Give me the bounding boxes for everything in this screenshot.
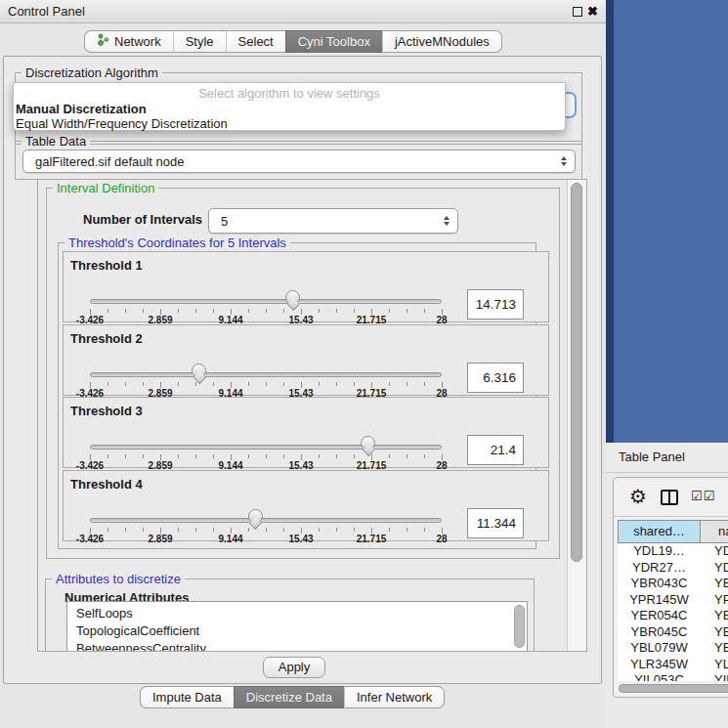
table-row[interactable]: YER054CYER0: [618, 608, 728, 624]
table-row[interactable]: YIL053CYIL0: [618, 672, 728, 681]
table-row[interactable]: YBR045CYBR0: [618, 624, 728, 641]
settings-scrollbar-thumb[interactable]: [571, 183, 582, 562]
threshold-value-field[interactable]: 21.4: [467, 435, 524, 465]
table-row[interactable]: YPR145WYPR1: [618, 592, 728, 609]
threshold-label: Threshold 3: [70, 404, 143, 418]
table-body: YDL19…YDL1YDR27…YDR2YBR043CYBR0YPR145WYP…: [618, 543, 728, 681]
column-header-shared-name[interactable]: shared…: [618, 520, 701, 543]
slider-thumb[interactable]: [248, 509, 263, 524]
popup-option-manual-discretization[interactable]: Manual Discretization: [16, 102, 147, 116]
tab-impute-data[interactable]: Impute Data: [140, 686, 234, 708]
slider-tick: [178, 528, 179, 532]
table-data-combobox[interactable]: galFiltered.sif default node: [22, 150, 576, 173]
tab-infer-network[interactable]: Infer Network: [344, 686, 445, 708]
slider-tick-label: 21.715: [357, 534, 387, 544]
table-row[interactable]: YBL079WYBL0: [618, 640, 728, 657]
slider-tick: [407, 309, 407, 313]
cell-shared-name: YLR345W: [618, 657, 701, 673]
slider-thumb[interactable]: [361, 436, 375, 450]
table-row[interactable]: YDR27…YDR2: [618, 560, 728, 577]
threshold-panel: Threshold 4-3.4262.8599.14415.4321.71528…: [63, 470, 549, 541]
slider-tick: [336, 382, 337, 386]
slider-thumb[interactable]: [285, 290, 300, 305]
list-scrollbar[interactable]: [514, 605, 525, 648]
slider-track[interactable]: [90, 299, 442, 304]
cytoscape-desktop: GAL80GAL11GAL4GCY1HAP2GACH: [606, 0, 728, 443]
slider-tick: [354, 382, 355, 386]
settings-scrollbar-track[interactable]: [567, 180, 587, 651]
threshold-label: Threshold 1: [70, 258, 143, 273]
slider-tick: [195, 454, 196, 458]
column-header-name[interactable]: na: [700, 520, 728, 543]
table-hscrollbar-thumb[interactable]: [619, 684, 728, 693]
cell-name: YBR0: [701, 576, 728, 592]
slider-tick: [354, 528, 355, 532]
select-columns-icon[interactable]: ☑☑: [691, 489, 715, 503]
cell-shared-name: YBR043C: [618, 576, 701, 592]
slider-tick: [424, 382, 425, 386]
table-data-group: Table Data galFiltered.sif default node: [15, 141, 582, 180]
close-icon[interactable]: ✖: [587, 3, 598, 21]
threshold-value-field[interactable]: 11.344: [467, 508, 524, 538]
attributes-group-title: Attributes to discretize: [52, 572, 185, 586]
table-row[interactable]: YBR043CYBR0: [618, 576, 728, 592]
slider-tick: [195, 382, 196, 386]
slider-track[interactable]: [90, 518, 442, 523]
apply-button[interactable]: Apply: [263, 657, 325, 678]
gear-icon[interactable]: ⚙: [629, 485, 647, 508]
tab-discretize-data-label: Discretize Data: [246, 687, 332, 707]
slider-track[interactable]: [90, 445, 442, 450]
popup-option-equal-width[interactable]: Equal Width/Frequency Discretization: [16, 116, 228, 131]
settings-scrollpane: Interval Definition Number of Intervals …: [37, 179, 587, 652]
slider-tick: [213, 382, 214, 386]
tab-discretize-data[interactable]: Discretize Data: [234, 686, 344, 708]
slider-track[interactable]: [90, 372, 442, 377]
slider-tick: [407, 454, 407, 458]
slider-tick: [143, 528, 144, 532]
slider-tick: [283, 528, 284, 532]
slider-tick: [195, 309, 196, 313]
table-row[interactable]: YDL19…YDL1: [618, 543, 728, 560]
tab-style[interactable]: Style: [173, 30, 226, 53]
slider-tick: [319, 454, 320, 458]
table-row[interactable]: YLR345WYLR3: [618, 657, 728, 673]
slider-tick: [125, 382, 126, 386]
attribute-item-selfloops[interactable]: SelfLoops: [67, 605, 527, 622]
slider-tick: [266, 528, 267, 532]
number-of-intervals-combobox[interactable]: 5: [208, 208, 458, 234]
slider-tick: [248, 454, 249, 458]
tab-cyni-toolbox[interactable]: Cyni Toolbox: [285, 30, 382, 53]
network-icon: [97, 31, 109, 52]
float-window-icon[interactable]: [573, 7, 582, 17]
cell-name: YPR1: [701, 592, 728, 609]
slider-tick: [407, 528, 407, 532]
slider-tick: [319, 528, 320, 532]
tab-jactivemnodules[interactable]: jActiveMNodules: [382, 30, 502, 53]
slider-tick: [143, 309, 144, 313]
threshold-value-field[interactable]: 14.713: [467, 289, 524, 320]
table-hscrollbar[interactable]: [618, 683, 728, 695]
tab-select[interactable]: Select: [226, 30, 285, 53]
number-of-intervals-value: 5: [221, 209, 228, 233]
stepper-icon: [444, 216, 450, 226]
attribute-item-betweennesscentrality[interactable]: BetweennessCentrality: [67, 640, 527, 652]
slider-tick: [178, 309, 179, 313]
slider-thumb[interactable]: [192, 364, 206, 378]
table-panel-titlebar: Table Panel: [606, 443, 728, 473]
slider-tick: [107, 454, 108, 458]
numerical-attributes-list[interactable]: SelfLoopsTopologicalCoefficientBetweenne…: [66, 601, 528, 652]
attribute-item-topologicalcoefficient[interactable]: TopologicalCoefficient: [67, 622, 527, 640]
columns-icon[interactable]: [661, 490, 678, 505]
slider-tick: [125, 528, 126, 532]
table-data-group-title: Table Data: [21, 134, 90, 149]
slider-tick: [143, 382, 144, 386]
threshold-panel: Threshold 2-3.4262.8599.14415.4321.71528…: [63, 324, 549, 396]
cell-shared-name: YER054C: [618, 608, 701, 624]
cell-shared-name: YBR045C: [618, 624, 701, 641]
slider-tick: [424, 309, 425, 313]
threshold-value-field[interactable]: 6.316: [467, 363, 524, 393]
slider-tick: [107, 309, 108, 313]
slider-tick: [143, 454, 144, 458]
slider-tick: [389, 309, 390, 313]
tab-network[interactable]: Network: [84, 30, 173, 53]
